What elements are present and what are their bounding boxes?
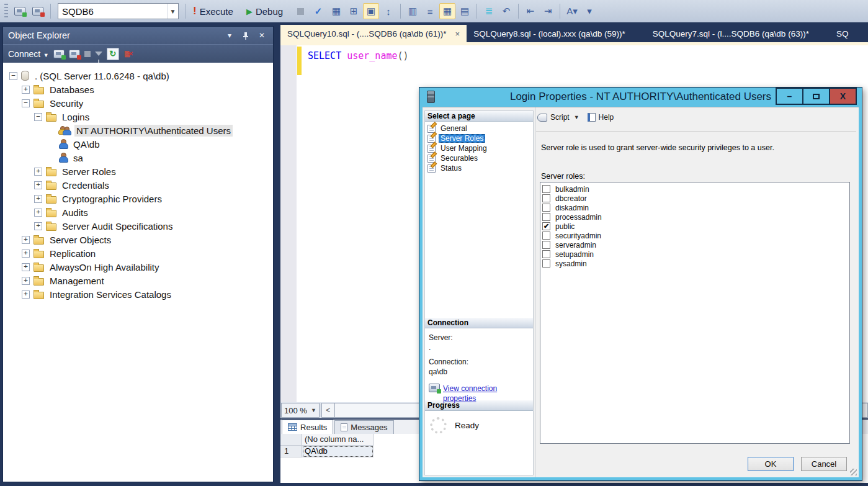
pin-icon[interactable] xyxy=(239,30,252,41)
resize-grip[interactable] xyxy=(850,469,857,475)
checkbox-dbcreator[interactable] xyxy=(542,194,550,202)
results-tab-messages[interactable]: Messages xyxy=(334,420,393,434)
tree-item[interactable]: sa xyxy=(3,151,273,164)
refresh-icon[interactable]: ↻ xyxy=(107,48,119,60)
tree-item[interactable]: −Logins xyxy=(3,110,273,124)
document-tab[interactable]: SQLQuery7.sql - (l....SQDB6 (qa\db (63))… xyxy=(646,25,816,42)
dialog-titlebar[interactable]: Login Properties - NT AUTHORITY\Authenti… xyxy=(419,88,862,107)
expander-icon[interactable]: + xyxy=(34,181,42,189)
database-combobox[interactable]: SQDB6 ▼ xyxy=(58,3,179,19)
connect-server-icon[interactable] xyxy=(53,50,65,58)
expander-icon[interactable]: + xyxy=(22,263,30,271)
server-role-row[interactable]: ✔public xyxy=(542,222,849,231)
server-role-row[interactable]: processadmin xyxy=(542,212,849,222)
close-icon[interactable]: ✕ xyxy=(256,30,268,41)
expander-icon[interactable]: − xyxy=(22,99,30,107)
server-role-row[interactable]: setupadmin xyxy=(542,250,849,259)
server-role-row[interactable]: sysadmin xyxy=(542,259,849,268)
tree-item[interactable]: −. (SQL Server 11.0.6248 - qa\db) xyxy=(3,69,273,83)
document-tab[interactable]: SQLQuery8.sql - (local).xxx (qa\db (59))… xyxy=(467,25,632,42)
tree-item[interactable]: +Databases xyxy=(3,83,273,96)
results-tab-results[interactable]: Results xyxy=(282,420,333,434)
tree-item[interactable]: +Server Audit Specifications xyxy=(3,219,273,233)
expander-icon[interactable]: − xyxy=(34,113,42,121)
sqlcmd-mode-icon[interactable]: ▥ xyxy=(405,3,421,19)
expander-icon[interactable]: + xyxy=(22,290,30,299)
close-button[interactable]: X xyxy=(829,88,857,105)
document-tab[interactable]: SQ xyxy=(830,25,856,42)
specify-values-icon[interactable]: ↕ xyxy=(380,3,396,19)
script-button[interactable]: Script xyxy=(550,113,570,122)
minimize-button[interactable]: – xyxy=(776,88,803,105)
tree-item[interactable]: +Management xyxy=(3,274,273,287)
ok-button[interactable]: OK xyxy=(748,457,794,471)
results-to-text-icon[interactable]: ≡ xyxy=(422,3,438,19)
sidebar-item-status[interactable]: Status xyxy=(427,163,533,173)
window-position-icon[interactable]: ▾ xyxy=(223,30,236,41)
editor-zoom-select[interactable]: 100 % ▼ xyxy=(281,403,320,418)
expander-icon[interactable]: + xyxy=(34,222,42,230)
sidebar-item-securables[interactable]: Securables xyxy=(427,153,533,163)
checkbox-securityadmin[interactable] xyxy=(542,232,550,240)
tree-item[interactable]: +Audits xyxy=(3,205,273,219)
cancel-button[interactable]: Cancel xyxy=(801,457,847,471)
checkbox-diskadmin[interactable] xyxy=(542,204,550,212)
tree-item[interactable]: +AlwaysOn High Availability xyxy=(3,260,273,274)
disconnect-server-icon[interactable] xyxy=(69,50,80,58)
decrease-indent-icon[interactable]: ⇤ xyxy=(522,3,539,19)
name-completion-icon[interactable]: A▾ xyxy=(564,3,580,19)
results-to-grid-icon[interactable]: ▦ xyxy=(439,3,455,19)
server-role-row[interactable]: bulkadmin xyxy=(542,184,849,194)
increase-indent-icon[interactable]: ⇥ xyxy=(540,3,556,19)
maximize-button[interactable] xyxy=(802,88,830,105)
connect-menu-button[interactable]: Connect ▼ xyxy=(8,49,49,59)
chevron-down-icon[interactable]: ▼ xyxy=(574,114,579,120)
server-role-row[interactable]: dbcreator xyxy=(542,194,849,203)
server-role-row[interactable]: serveradmin xyxy=(542,240,849,250)
execute-button[interactable]: ! Execute xyxy=(190,3,236,19)
chevron-down-icon[interactable]: ▼ xyxy=(167,4,178,19)
uncomment-icon[interactable]: ↶ xyxy=(498,3,514,19)
expander-icon[interactable]: − xyxy=(9,72,17,80)
help-button[interactable]: Help xyxy=(599,113,614,122)
checkbox-public[interactable]: ✔ xyxy=(542,222,550,230)
tree-item[interactable]: +Server Roles xyxy=(3,164,273,178)
checkbox-serveradmin[interactable] xyxy=(542,241,550,249)
sidebar-item-server-roles[interactable]: Server Roles xyxy=(427,133,533,143)
code-line[interactable]: SELECT user_name() xyxy=(308,50,409,61)
tree-item[interactable]: −Security xyxy=(3,96,273,110)
scroll-left-arrow-icon[interactable]: < xyxy=(321,403,335,418)
expander-icon[interactable]: + xyxy=(34,209,42,217)
query-options-icon[interactable]: ⊞ xyxy=(346,3,362,19)
checkbox-processadmin[interactable] xyxy=(542,213,550,221)
checkbox-sysadmin[interactable] xyxy=(542,259,550,268)
connect-icon[interactable] xyxy=(12,3,28,19)
server-role-row[interactable]: securityadmin xyxy=(542,231,849,240)
expander-icon[interactable]: + xyxy=(22,236,30,244)
server-roles-listbox[interactable]: bulkadmindbcreatordiskadminprocessadmin✔… xyxy=(540,182,850,444)
tree-item[interactable]: +Cryptographic Providers xyxy=(3,192,273,205)
checkbox-bulkadmin[interactable] xyxy=(542,185,550,193)
debug-button[interactable]: ▶ Debug xyxy=(244,3,285,19)
expander-icon[interactable]: + xyxy=(22,86,30,94)
expander-icon[interactable]: + xyxy=(34,195,42,203)
sidebar-item-general[interactable]: General xyxy=(427,124,533,133)
disconnect-icon[interactable] xyxy=(30,3,46,19)
grid-column-header[interactable]: (No column na... xyxy=(302,434,374,446)
expander-icon[interactable]: + xyxy=(34,168,42,176)
results-to-file-icon[interactable]: ▤ xyxy=(457,3,473,19)
expander-icon[interactable]: + xyxy=(22,250,30,258)
tree-item[interactable]: +Replication xyxy=(3,246,273,260)
comment-icon[interactable]: ≣ xyxy=(481,3,497,19)
toolbar-grip[interactable] xyxy=(4,4,8,19)
grid-corner-cell[interactable] xyxy=(280,434,302,446)
show-estimated-plan-icon[interactable]: ▦ xyxy=(328,3,344,19)
document-tab[interactable]: SQLQuery10.sql - (....SQDB6 (qa\db (61))… xyxy=(280,25,467,42)
toolbar-overflow-icon[interactable]: ▾ xyxy=(581,3,597,19)
intellisense-enabled-icon[interactable]: ▣ xyxy=(363,3,379,19)
tree-item[interactable]: QA\db xyxy=(3,137,273,151)
filter-icon[interactable] xyxy=(95,52,102,56)
sidebar-item-user-mapping[interactable]: User Mapping xyxy=(427,143,533,153)
tree-item[interactable]: NT AUTHORITY\Authenticated Users xyxy=(3,124,273,137)
close-tab-icon[interactable]: × xyxy=(455,29,460,38)
